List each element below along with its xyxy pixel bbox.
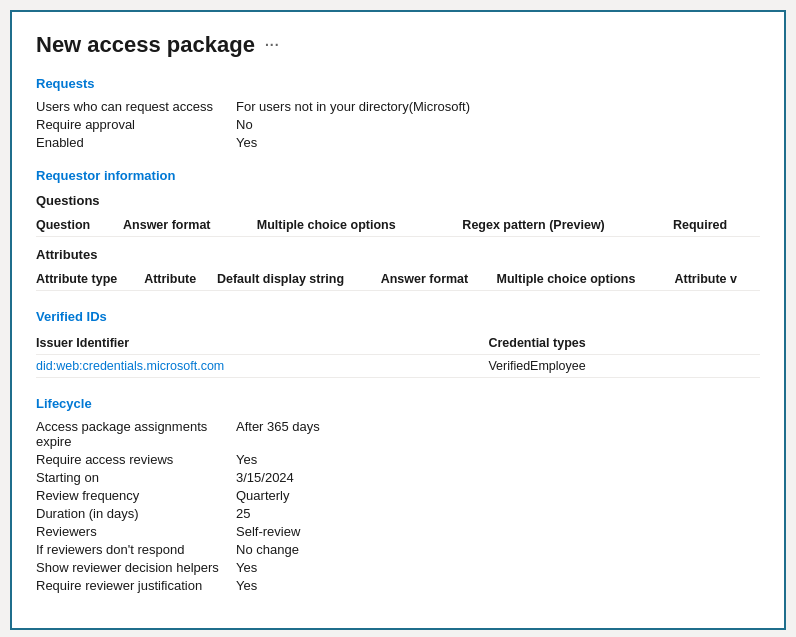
credential-type-value: VerifiedEmployee bbox=[408, 355, 760, 378]
page-title: New access package bbox=[36, 32, 255, 58]
th-multiple-choice: Multiple choice options bbox=[257, 214, 463, 237]
label-enabled: Enabled bbox=[36, 135, 236, 150]
th-attr-v: Attribute v bbox=[675, 268, 761, 291]
subsection-attributes: Attributes bbox=[36, 247, 760, 262]
th-attr-answer-format: Answer format bbox=[381, 268, 497, 291]
value-require-access-reviews: Yes bbox=[236, 452, 760, 467]
value-decision-helpers: Yes bbox=[236, 560, 760, 575]
value-reviewer-justification: Yes bbox=[236, 578, 760, 593]
value-require-approval: No bbox=[236, 117, 760, 132]
label-review-frequency: Review frequency bbox=[36, 488, 236, 503]
label-if-no-respond: If reviewers don't respond bbox=[36, 542, 236, 557]
th-attr-type: Attribute type bbox=[36, 268, 144, 291]
verified-id-row: did:web:credentials.microsoft.com Verifi… bbox=[36, 355, 760, 378]
verified-ids-table: Issuer Identifier Credential types did:w… bbox=[36, 332, 760, 378]
value-enabled: Yes bbox=[236, 135, 760, 150]
verified-ids-header-row: Issuer Identifier Credential types bbox=[36, 332, 760, 355]
th-answer-format: Answer format bbox=[123, 214, 257, 237]
label-reviewers: Reviewers bbox=[36, 524, 236, 539]
attributes-header-row: Attribute type Attribute Default display… bbox=[36, 268, 760, 291]
section-lifecycle: Lifecycle bbox=[36, 396, 760, 411]
section-requestor-info: Requestor information bbox=[36, 168, 760, 183]
main-window: New access package ··· Requests Users wh… bbox=[10, 10, 786, 630]
value-starting-on: 3/15/2024 bbox=[236, 470, 760, 485]
verified-ids-tbody: did:web:credentials.microsoft.com Verifi… bbox=[36, 355, 760, 378]
label-reviewer-justification: Require reviewer justification bbox=[36, 578, 236, 593]
ellipsis-button[interactable]: ··· bbox=[265, 37, 280, 53]
attributes-table: Attribute type Attribute Default display… bbox=[36, 268, 760, 291]
label-decision-helpers: Show reviewer decision helpers bbox=[36, 560, 236, 575]
value-review-frequency: Quarterly bbox=[236, 488, 760, 503]
value-reviewers: Self-review bbox=[236, 524, 760, 539]
value-users-request: For users not in your directory(Microsof… bbox=[236, 99, 760, 114]
th-issuer-identifier: Issuer Identifier bbox=[36, 332, 408, 355]
page-title-row: New access package ··· bbox=[36, 32, 760, 58]
issuer-id-value: did:web:credentials.microsoft.com bbox=[36, 355, 408, 378]
th-attr-multiple-choice: Multiple choice options bbox=[496, 268, 674, 291]
th-regex-pattern: Regex pattern (Preview) bbox=[462, 214, 673, 237]
value-if-no-respond: No change bbox=[236, 542, 760, 557]
th-required: Required bbox=[673, 214, 760, 237]
th-credential-types: Credential types bbox=[408, 332, 760, 355]
verified-ids-section: Issuer Identifier Credential types did:w… bbox=[36, 332, 760, 378]
issuer-link[interactable]: did:web:credentials.microsoft.com bbox=[36, 359, 224, 373]
th-attribute: Attribute bbox=[144, 268, 217, 291]
questions-table-container: Question Answer format Multiple choice o… bbox=[36, 214, 760, 237]
questions-header-row: Question Answer format Multiple choice o… bbox=[36, 214, 760, 237]
th-question: Question bbox=[36, 214, 123, 237]
label-require-access-reviews: Require access reviews bbox=[36, 452, 236, 467]
value-assignments-expire: After 365 days bbox=[236, 419, 760, 449]
label-users-request: Users who can request access bbox=[36, 99, 236, 114]
lifecycle-info-grid: Access package assignments expire After … bbox=[36, 419, 760, 593]
questions-table: Question Answer format Multiple choice o… bbox=[36, 214, 760, 237]
section-verified-ids: Verified IDs bbox=[36, 309, 760, 324]
label-starting-on: Starting on bbox=[36, 470, 236, 485]
section-requests: Requests bbox=[36, 76, 760, 91]
requests-info-grid: Users who can request access For users n… bbox=[36, 99, 760, 150]
attributes-table-container: Attribute type Attribute Default display… bbox=[36, 268, 760, 291]
value-duration: 25 bbox=[236, 506, 760, 521]
label-duration: Duration (in days) bbox=[36, 506, 236, 521]
label-assignments-expire: Access package assignments expire bbox=[36, 419, 236, 449]
th-default-display: Default display string bbox=[217, 268, 381, 291]
subsection-questions: Questions bbox=[36, 193, 760, 208]
label-require-approval: Require approval bbox=[36, 117, 236, 132]
